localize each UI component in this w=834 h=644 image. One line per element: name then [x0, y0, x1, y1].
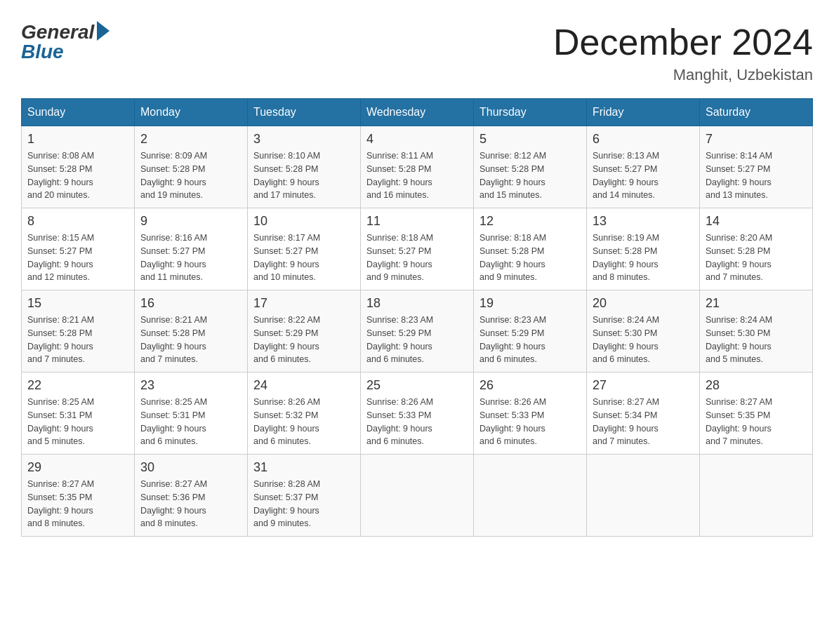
day-info: Sunrise: 8:25 AMSunset: 5:31 PMDaylight:… — [140, 396, 241, 448]
day-info: Sunrise: 8:11 AMSunset: 5:28 PMDaylight:… — [366, 149, 468, 202]
day-cell-22: 22 Sunrise: 8:25 AMSunset: 5:31 PMDaylig… — [22, 373, 135, 455]
day-info: Sunrise: 8:24 AMSunset: 5:30 PMDaylight:… — [593, 314, 694, 366]
day-number: 28 — [706, 378, 807, 393]
week-row-4: 22 Sunrise: 8:25 AMSunset: 5:31 PMDaylig… — [22, 373, 813, 455]
day-cell-9: 9 Sunrise: 8:16 AMSunset: 5:27 PMDayligh… — [135, 208, 248, 290]
day-number: 17 — [253, 296, 355, 311]
day-number: 5 — [479, 132, 581, 147]
day-cell-1: 1 Sunrise: 8:08 AMSunset: 5:28 PMDayligh… — [22, 126, 135, 208]
week-row-5: 29 Sunrise: 8:27 AMSunset: 5:35 PMDaylig… — [22, 455, 813, 537]
day-info: Sunrise: 8:24 AMSunset: 5:30 PMDaylight:… — [706, 314, 807, 366]
day-number: 16 — [140, 296, 241, 311]
day-info: Sunrise: 8:26 AMSunset: 5:32 PMDaylight:… — [253, 396, 355, 448]
day-info: Sunrise: 8:22 AMSunset: 5:29 PMDaylight:… — [253, 314, 355, 366]
day-info: Sunrise: 8:19 AMSunset: 5:28 PMDaylight:… — [593, 232, 694, 284]
day-cell-30: 30 Sunrise: 8:27 AMSunset: 5:36 PMDaylig… — [135, 455, 248, 537]
day-cell-8: 8 Sunrise: 8:15 AMSunset: 5:27 PMDayligh… — [22, 208, 135, 290]
day-number: 14 — [706, 214, 807, 229]
day-info: Sunrise: 8:15 AMSunset: 5:27 PMDaylight:… — [27, 232, 128, 284]
day-info: Sunrise: 8:13 AMSunset: 5:27 PMDaylight:… — [593, 149, 694, 202]
header-monday: Monday — [135, 99, 248, 126]
day-cell-29: 29 Sunrise: 8:27 AMSunset: 5:35 PMDaylig… — [22, 455, 135, 537]
week-row-3: 15 Sunrise: 8:21 AMSunset: 5:28 PMDaylig… — [22, 290, 813, 373]
day-info: Sunrise: 8:27 AMSunset: 5:35 PMDaylight:… — [27, 478, 128, 530]
day-number: 29 — [27, 460, 128, 475]
day-cell-26: 26 Sunrise: 8:26 AMSunset: 5:33 PMDaylig… — [474, 373, 587, 455]
day-cell-18: 18 Sunrise: 8:23 AMSunset: 5:29 PMDaylig… — [361, 290, 474, 373]
logo-blue-text: Blue — [21, 41, 64, 63]
calendar-table: Sunday Monday Tuesday Wednesday Thursday… — [21, 98, 813, 537]
day-info: Sunrise: 8:18 AMSunset: 5:28 PMDaylight:… — [479, 232, 581, 284]
day-info: Sunrise: 8:26 AMSunset: 5:33 PMDaylight:… — [366, 396, 468, 448]
day-number: 7 — [706, 132, 807, 147]
day-number: 18 — [366, 296, 468, 311]
day-info: Sunrise: 8:25 AMSunset: 5:31 PMDaylight:… — [27, 396, 128, 448]
logo: General Blue — [21, 21, 110, 63]
day-info: Sunrise: 8:10 AMSunset: 5:28 PMDaylight:… — [253, 149, 355, 202]
day-cell-25: 25 Sunrise: 8:26 AMSunset: 5:33 PMDaylig… — [361, 373, 474, 455]
day-number: 9 — [140, 214, 241, 229]
day-number: 6 — [593, 132, 694, 147]
day-cell-20: 20 Sunrise: 8:24 AMSunset: 5:30 PMDaylig… — [587, 290, 700, 373]
day-cell-31: 31 Sunrise: 8:28 AMSunset: 5:37 PMDaylig… — [248, 455, 361, 537]
day-cell-6: 6 Sunrise: 8:13 AMSunset: 5:27 PMDayligh… — [587, 126, 700, 208]
location-subtitle: Manghit, Uzbekistan — [553, 66, 813, 84]
header-thursday: Thursday — [474, 99, 587, 126]
day-number: 2 — [140, 132, 241, 147]
day-cell-16: 16 Sunrise: 8:21 AMSunset: 5:28 PMDaylig… — [135, 290, 248, 373]
day-cell-13: 13 Sunrise: 8:19 AMSunset: 5:28 PMDaylig… — [587, 208, 700, 290]
day-number: 23 — [140, 378, 241, 393]
day-cell-15: 15 Sunrise: 8:21 AMSunset: 5:28 PMDaylig… — [22, 290, 135, 373]
day-number: 21 — [706, 296, 807, 311]
day-info: Sunrise: 8:09 AMSunset: 5:28 PMDaylight:… — [140, 149, 241, 202]
day-number: 11 — [366, 214, 468, 229]
day-number: 15 — [27, 296, 128, 311]
day-info: Sunrise: 8:14 AMSunset: 5:27 PMDaylight:… — [706, 149, 807, 202]
calendar-header-row: Sunday Monday Tuesday Wednesday Thursday… — [22, 99, 813, 126]
header-tuesday: Tuesday — [248, 99, 361, 126]
day-cell-11: 11 Sunrise: 8:18 AMSunset: 5:27 PMDaylig… — [361, 208, 474, 290]
day-info: Sunrise: 8:12 AMSunset: 5:28 PMDaylight:… — [479, 149, 581, 202]
day-info: Sunrise: 8:08 AMSunset: 5:28 PMDaylight:… — [27, 149, 128, 202]
day-info: Sunrise: 8:17 AMSunset: 5:27 PMDaylight:… — [253, 232, 355, 284]
week-row-1: 1 Sunrise: 8:08 AMSunset: 5:28 PMDayligh… — [22, 126, 813, 208]
day-number: 1 — [27, 132, 128, 147]
day-cell-4: 4 Sunrise: 8:11 AMSunset: 5:28 PMDayligh… — [361, 126, 474, 208]
empty-cell-w4-d3 — [361, 455, 474, 537]
day-info: Sunrise: 8:27 AMSunset: 5:34 PMDaylight:… — [593, 396, 694, 448]
empty-cell-w4-d5 — [587, 455, 700, 537]
day-cell-7: 7 Sunrise: 8:14 AMSunset: 5:27 PMDayligh… — [700, 126, 813, 208]
day-info: Sunrise: 8:21 AMSunset: 5:28 PMDaylight:… — [27, 314, 128, 366]
empty-cell-w4-d4 — [474, 455, 587, 537]
day-cell-27: 27 Sunrise: 8:27 AMSunset: 5:34 PMDaylig… — [587, 373, 700, 455]
day-cell-21: 21 Sunrise: 8:24 AMSunset: 5:30 PMDaylig… — [700, 290, 813, 373]
day-number: 3 — [253, 132, 355, 147]
logo-arrow-icon — [97, 21, 110, 41]
day-cell-28: 28 Sunrise: 8:27 AMSunset: 5:35 PMDaylig… — [700, 373, 813, 455]
day-cell-19: 19 Sunrise: 8:23 AMSunset: 5:29 PMDaylig… — [474, 290, 587, 373]
header-wednesday: Wednesday — [361, 99, 474, 126]
day-cell-12: 12 Sunrise: 8:18 AMSunset: 5:28 PMDaylig… — [474, 208, 587, 290]
day-number: 8 — [27, 214, 128, 229]
day-info: Sunrise: 8:16 AMSunset: 5:27 PMDaylight:… — [140, 232, 241, 284]
day-number: 19 — [479, 296, 581, 311]
day-cell-17: 17 Sunrise: 8:22 AMSunset: 5:29 PMDaylig… — [248, 290, 361, 373]
header-sunday: Sunday — [22, 99, 135, 126]
day-info: Sunrise: 8:18 AMSunset: 5:27 PMDaylight:… — [366, 232, 468, 284]
day-info: Sunrise: 8:23 AMSunset: 5:29 PMDaylight:… — [366, 314, 468, 366]
day-cell-2: 2 Sunrise: 8:09 AMSunset: 5:28 PMDayligh… — [135, 126, 248, 208]
day-info: Sunrise: 8:26 AMSunset: 5:33 PMDaylight:… — [479, 396, 581, 448]
day-number: 4 — [366, 132, 468, 147]
header-saturday: Saturday — [700, 99, 813, 126]
title-area: December 2024 Manghit, Uzbekistan — [553, 21, 813, 84]
empty-cell-w4-d6 — [700, 455, 813, 537]
day-cell-3: 3 Sunrise: 8:10 AMSunset: 5:28 PMDayligh… — [248, 126, 361, 208]
day-info: Sunrise: 8:27 AMSunset: 5:35 PMDaylight:… — [706, 396, 807, 448]
day-info: Sunrise: 8:21 AMSunset: 5:28 PMDaylight:… — [140, 314, 241, 366]
day-number: 31 — [253, 460, 355, 475]
day-number: 25 — [366, 378, 468, 393]
header: General Blue December 2024 Manghit, Uzbe… — [21, 21, 813, 84]
day-number: 26 — [479, 378, 581, 393]
day-cell-5: 5 Sunrise: 8:12 AMSunset: 5:28 PMDayligh… — [474, 126, 587, 208]
day-number: 13 — [593, 214, 694, 229]
